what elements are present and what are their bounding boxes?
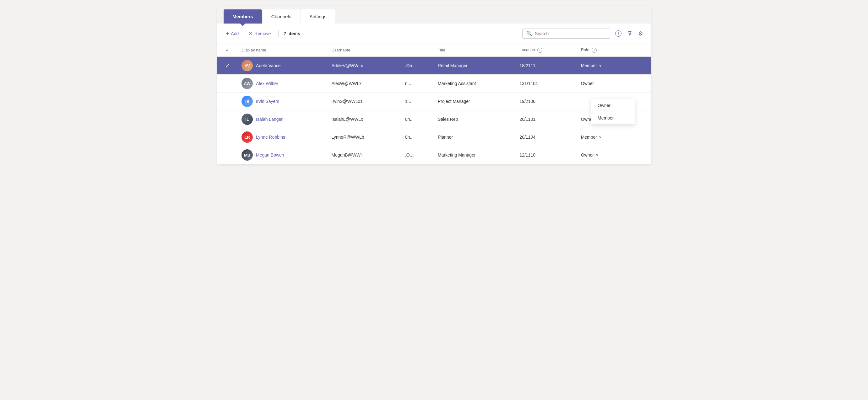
header-role: Role i [577, 44, 651, 57]
dropdown-option-member[interactable]: Member [591, 112, 635, 124]
avatar: AV [242, 60, 253, 71]
row-title-cell: Project Manager [434, 93, 516, 110]
chevron-down-icon[interactable]: ∨ [596, 153, 598, 157]
header-title: Title [434, 44, 516, 57]
table-row[interactable]: IL Isaiah Langer IsaiahL@WWLx 0n... Sale… [217, 110, 651, 128]
row-check-cell [217, 93, 238, 110]
plus-icon: + [226, 31, 229, 36]
row-email-cell: 0n... [401, 128, 434, 146]
row-username-cell: AlexW@WWLx [328, 75, 401, 93]
table-row[interactable]: IS Irvin Sayers IrvinS@WWLx1 1... Projec… [217, 93, 651, 110]
avatar-initials: LR [244, 135, 250, 140]
display-name: Alex Wilber [256, 81, 278, 86]
avatar-initials: AW [244, 81, 251, 86]
location-info-icon[interactable]: i [537, 48, 542, 53]
row-username-cell: AdeleV@WWLx [328, 57, 401, 75]
role-label: Owner [581, 81, 594, 86]
role-dropdown-menu: Owner Member [591, 99, 635, 125]
row-display-name-cell: IS Irvin Sayers [238, 93, 328, 110]
row-location-cell: 20/1101 [516, 110, 577, 128]
info-button[interactable]: i [614, 29, 623, 38]
row-display-name-cell: MB Megan Bowen [238, 146, 328, 164]
row-title-cell: Planner [434, 128, 516, 146]
row-check-cell [217, 128, 238, 146]
row-location-cell: 20/1104 [516, 128, 577, 146]
filter-button[interactable]: ⊽ [626, 29, 633, 38]
count-label: items [288, 31, 300, 36]
avatar: AW [242, 78, 253, 89]
row-username-cell: IrvinS@WWLx1 [328, 93, 401, 110]
display-name: Megan Bowen [256, 153, 284, 158]
dropdown-option-owner[interactable]: Owner [591, 99, 635, 112]
role-label: Member [581, 135, 597, 140]
row-display-name-cell: AV Adele Vance [238, 57, 328, 75]
row-checkmark: ✓ [225, 63, 229, 68]
header-checkmark: ✓ [225, 47, 229, 53]
count-number: 7 [284, 31, 286, 36]
row-role-cell[interactable]: Member ∨ [577, 57, 651, 75]
divider [278, 30, 279, 37]
items-count: 7 items [284, 31, 300, 36]
remove-label: Remove [254, 31, 271, 36]
settings-button[interactable]: ⚙ [637, 29, 644, 38]
avatar-initials: AV [245, 63, 250, 68]
tab-settings[interactable]: Settings [301, 9, 335, 24]
row-location-cell: 18/2111 [516, 57, 577, 75]
row-title-cell: Marketing Manager [434, 146, 516, 164]
header-check: ✓ [217, 44, 238, 57]
table-row[interactable]: ✓ AV Adele Vance AdeleV@WWLx .On... Reta… [217, 57, 651, 75]
row-role-cell[interactable]: Owner ∨ [577, 146, 651, 164]
row-title-cell: Sales Rep [434, 110, 516, 128]
toolbar-right: 🔍 i ⊽ ⚙ [522, 29, 644, 39]
table-wrapper: ✓ Display name Username Title Location i… [217, 44, 651, 164]
row-check-cell: ✓ [217, 57, 238, 75]
row-username-cell: IsaiahL@WWLx [328, 110, 401, 128]
row-role-cell: Owner [577, 75, 651, 93]
search-icon: 🔍 [526, 31, 532, 36]
row-title-cell: Retail Manager [434, 57, 516, 75]
tab-channels[interactable]: Channels [262, 9, 300, 24]
add-button[interactable]: + Add [224, 30, 241, 38]
display-name: Irvin Sayers [256, 99, 279, 104]
chevron-down-icon[interactable]: ∨ [599, 63, 602, 68]
row-location-cell: 12/1110 [516, 146, 577, 164]
avatar: IS [242, 96, 253, 107]
header-display-name: Display name [238, 44, 328, 57]
row-username-cell: MeganB@WWl [328, 146, 401, 164]
row-check-cell [217, 146, 238, 164]
remove-button[interactable]: ✕ Remove [246, 30, 273, 37]
filter-icon: ⊽ [628, 30, 632, 37]
row-display-name-cell: LR Lynne Robbins [238, 128, 328, 146]
members-table: ✓ Display name Username Title Location i… [217, 44, 651, 164]
tab-members[interactable]: Members [224, 9, 262, 24]
row-email-cell: n... [401, 75, 434, 93]
header-username: Username [328, 44, 401, 57]
row-role-cell[interactable]: Member ∨ [577, 128, 651, 146]
chevron-down-icon[interactable]: ∨ [599, 135, 602, 139]
row-location-cell: 19/2106 [516, 93, 577, 110]
row-username-cell: LynneR@WWLb [328, 128, 401, 146]
table-row[interactable]: MB Megan Bowen MeganB@WWl .O... Marketin… [217, 146, 651, 164]
table-row[interactable]: LR Lynne Robbins LynneR@WWLb 0n... Plann… [217, 128, 651, 146]
main-container: Members Channels Settings + Add ✕ Remove… [217, 6, 651, 164]
row-location-cell: 131/1104 [516, 75, 577, 93]
display-name: Isaiah Langer [256, 117, 283, 122]
role-label: Member [581, 63, 597, 68]
table-header-row: ✓ Display name Username Title Location i… [217, 44, 651, 57]
role-label: Owner [581, 153, 594, 158]
row-display-name-cell: IL Isaiah Langer [238, 110, 328, 128]
avatar: MB [242, 149, 253, 161]
row-email-cell: 0n... [401, 110, 434, 128]
header-email [401, 44, 434, 57]
row-email-cell: .On... [401, 57, 434, 75]
avatar: LR [242, 131, 253, 143]
x-icon: ✕ [249, 31, 252, 36]
display-name: Lynne Robbins [256, 135, 285, 140]
info-icon: i [615, 30, 621, 37]
tab-bar: Members Channels Settings [217, 6, 651, 24]
search-box[interactable]: 🔍 [522, 29, 610, 39]
table-row[interactable]: AW Alex Wilber AlexW@WWLx n... Marketing… [217, 75, 651, 93]
search-input[interactable] [535, 31, 606, 36]
add-label: Add [231, 31, 239, 36]
role-info-icon[interactable]: i [592, 48, 597, 53]
